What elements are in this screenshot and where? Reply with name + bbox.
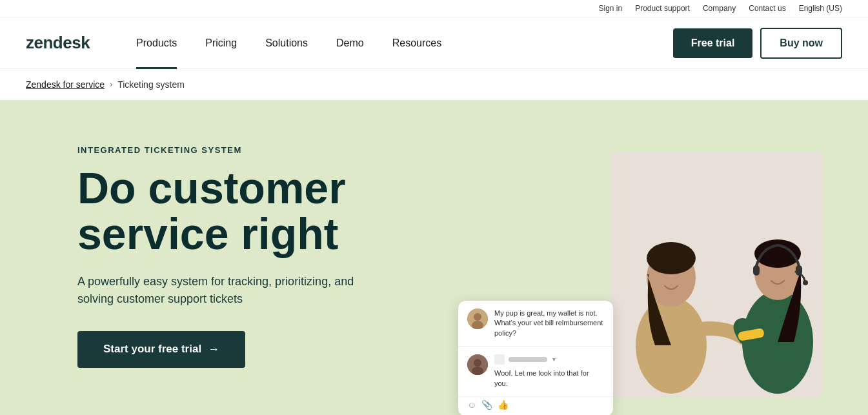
nav-item-products[interactable]: Products xyxy=(122,17,191,69)
svg-rect-8 xyxy=(753,265,760,276)
svg-point-13 xyxy=(474,313,481,321)
company-link[interactable]: Company xyxy=(703,4,736,13)
svg-point-3 xyxy=(647,242,696,274)
breadcrumb: Zendesk for service › Ticketing system xyxy=(0,69,868,100)
nav-item-demo[interactable]: Demo xyxy=(322,17,378,69)
nav-item-pricing[interactable]: Pricing xyxy=(191,17,251,69)
top-bar: Sign in Product support Company Contact … xyxy=(0,0,868,17)
nav-buttons: Free trial Buy now xyxy=(673,28,842,59)
chat-message-1: My pup is great, my wallet is not. What'… xyxy=(458,301,613,347)
arrow-icon: → xyxy=(208,343,219,356)
hero-content: INTEGRATED TICKETING SYSTEM Do customer … xyxy=(77,139,452,368)
signin-link[interactable]: Sign in xyxy=(598,4,622,13)
chat-actions: ☺ 📎 👍 xyxy=(458,397,613,415)
chat-widget: My pup is great, my wallet is not. What'… xyxy=(458,301,613,415)
thumbs-up-icon[interactable]: 👍 xyxy=(498,400,509,410)
free-trial-button[interactable]: Free trial xyxy=(673,28,753,58)
breadcrumb-separator: › xyxy=(110,80,112,89)
chat-bubble-2: Woof. Let me look into that for you. xyxy=(494,369,604,389)
breadcrumb-current: Ticketing system xyxy=(117,79,185,90)
hero-right: My pup is great, my wallet is not. What'… xyxy=(452,139,842,415)
svg-point-10 xyxy=(803,280,808,285)
hero-subtitle: A powerfully easy system for tracking, p… xyxy=(77,273,374,308)
file-bar xyxy=(509,357,547,362)
language-link[interactable]: English (US) xyxy=(799,4,842,13)
hero-eyebrow: INTEGRATED TICKETING SYSTEM xyxy=(77,145,452,155)
main-nav: zendesk Products Pricing Solutions Demo … xyxy=(0,17,868,69)
breadcrumb-parent[interactable]: Zendesk for service xyxy=(26,79,105,90)
buy-now-button[interactable]: Buy now xyxy=(760,28,842,59)
hero-cta-button[interactable]: Start your free trial → xyxy=(77,331,245,368)
attachment-icon xyxy=(494,354,505,365)
customer-avatar xyxy=(467,309,488,329)
nav-item-resources[interactable]: Resources xyxy=(378,17,456,69)
emoji-icon[interactable]: ☺ xyxy=(467,400,476,410)
nav-item-solutions[interactable]: Solutions xyxy=(251,17,322,69)
chat-message-2: ▼ Woof. Let me look into that for you. xyxy=(458,347,613,397)
hero-cta-label: Start your free trial xyxy=(103,343,201,356)
contact-link[interactable]: Contact us xyxy=(749,4,785,13)
attachment-action-icon[interactable]: 📎 xyxy=(481,400,492,410)
hero-section: INTEGRATED TICKETING SYSTEM Do customer … xyxy=(0,100,868,415)
chat-bubble-1: My pup is great, my wallet is not. What'… xyxy=(494,309,604,338)
logo[interactable]: zendesk xyxy=(26,33,90,53)
hero-title: Do customer service right xyxy=(77,165,452,258)
product-support-link[interactable]: Product support xyxy=(635,4,690,13)
agent-avatar xyxy=(467,354,488,375)
nav-links: Products Pricing Solutions Demo Resource… xyxy=(122,17,673,69)
svg-point-16 xyxy=(474,359,481,367)
